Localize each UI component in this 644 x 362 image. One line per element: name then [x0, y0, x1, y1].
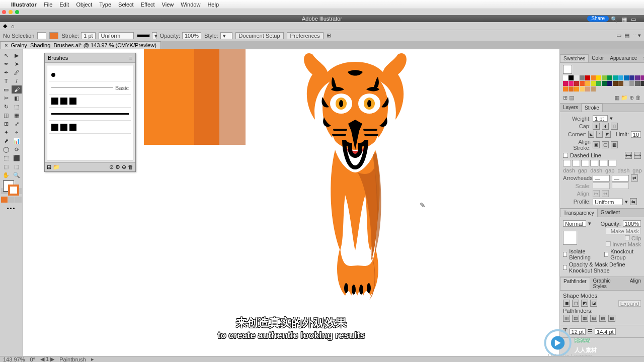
arrow-scale-end[interactable]: [612, 183, 629, 189]
mesh-tool[interactable]: ✦: [1, 128, 11, 136]
stroke-weight-input[interactable]: 1 pt: [81, 32, 95, 39]
corner-bevel-button[interactable]: ◤: [605, 131, 611, 138]
divide-button[interactable]: ▥: [563, 315, 570, 322]
mask-define-checkbox[interactable]: [563, 265, 567, 270]
swatch-item[interactable]: [569, 75, 574, 80]
tab-swatches[interactable]: Swatches: [560, 54, 589, 62]
tab-graphic-styles[interactable]: Graphic Styles: [590, 277, 627, 290]
menu-effect[interactable]: Effect: [141, 2, 155, 8]
selection-tool[interactable]: ↖: [1, 51, 11, 59]
unite-button[interactable]: ◼: [563, 300, 570, 307]
draw-behind-button[interactable]: [8, 197, 15, 203]
shape-builder-tool[interactable]: ⊞: [1, 120, 11, 128]
tab-close-icon[interactable]: ×: [5, 42, 8, 49]
brush-libs-menu-icon[interactable]: 📁: [53, 164, 60, 170]
workspace-switcher-icon[interactable]: ▭: [631, 16, 636, 23]
swatch-item[interactable]: [640, 81, 644, 86]
swatch-item[interactable]: [563, 75, 568, 80]
minus-front-button[interactable]: ◻: [572, 300, 579, 307]
scale-tool[interactable]: ⬚: [12, 103, 22, 111]
zoom-level[interactable]: 143.97%: [3, 356, 25, 363]
swatch-kind-icon[interactable]: ▤: [569, 95, 574, 101]
preferences-button[interactable]: Preferences: [287, 32, 324, 39]
document-setup-button[interactable]: Document Setup: [235, 32, 284, 39]
swatch-item[interactable]: [629, 75, 634, 80]
swatch-item[interactable]: [618, 81, 623, 86]
dash-align-button[interactable]: ⟼: [634, 152, 641, 159]
tab-gradient[interactable]: Gradient: [598, 209, 623, 217]
corner-miter-button[interactable]: ◣: [588, 131, 594, 138]
flip-profile-button[interactable]: ⇋: [630, 198, 637, 205]
graphic-style-select[interactable]: ▾: [220, 32, 232, 39]
slice-tool[interactable]: ⬛: [12, 154, 22, 162]
tab-layers[interactable]: Layers: [560, 104, 581, 112]
swatch-item[interactable]: [585, 75, 590, 80]
list-view-icon[interactable]: ≡: [640, 54, 644, 62]
crop-button[interactable]: ▧: [590, 315, 597, 322]
eyedropper-tool[interactable]: ⬈: [1, 137, 11, 145]
arrow-start-select[interactable]: —: [593, 175, 610, 182]
stroke-color-well[interactable]: [49, 32, 58, 39]
swatch-item[interactable]: [607, 75, 612, 80]
dashed-checkbox[interactable]: [563, 153, 568, 158]
stroke-swatch[interactable]: [8, 185, 19, 196]
menu-edit[interactable]: Edit: [59, 2, 69, 8]
swatch-item[interactable]: [602, 81, 607, 86]
profile-select[interactable]: Uniform: [593, 199, 623, 205]
curvature-tool[interactable]: ➤: [12, 60, 22, 68]
direct-selection-tool[interactable]: ▶: [12, 51, 22, 59]
swatch-item[interactable]: [580, 86, 585, 92]
tr-opacity-input[interactable]: 100%: [623, 220, 641, 227]
arrow-align-tip[interactable]: ↦: [593, 190, 600, 197]
clip-checkbox[interactable]: [625, 235, 630, 240]
swatch-item[interactable]: [596, 81, 601, 86]
swatch-item[interactable]: [563, 86, 568, 92]
brush-lib-icon[interactable]: ⊞: [47, 164, 51, 170]
limit-input[interactable]: 10: [631, 131, 641, 138]
align-inside-button[interactable]: ▢: [602, 141, 609, 148]
brush-row-bars-1[interactable]: [49, 95, 131, 108]
brushes-menu-icon[interactable]: ≡: [129, 55, 132, 61]
share-button[interactable]: Share: [587, 16, 609, 22]
live-paint-tool[interactable]: ⬚: [12, 162, 22, 170]
edit-toolbar-button[interactable]: •••: [1, 205, 22, 213]
swatch-item[interactable]: [569, 81, 574, 86]
swatch-item[interactable]: [591, 86, 596, 92]
new-swatch-icon[interactable]: ⊕: [629, 95, 634, 101]
arrow-scale-start[interactable]: [593, 183, 610, 189]
swatch-item[interactable]: [585, 86, 590, 92]
dash-2[interactable]: [581, 160, 589, 166]
align-to-icon[interactable]: ⊞: [327, 32, 331, 39]
isolate-checkbox[interactable]: [563, 252, 567, 257]
menu-file[interactable]: File: [44, 2, 53, 8]
intersect-button[interactable]: ◩: [581, 300, 588, 307]
delete-swatch-icon[interactable]: 🗑: [635, 95, 641, 101]
swatch-item[interactable]: [580, 81, 585, 86]
rotate-tool[interactable]: ↻: [1, 103, 11, 111]
opacity-input[interactable]: 100%: [182, 32, 201, 39]
window-minimize-button[interactable]: [9, 10, 13, 14]
tab-pathfinder[interactable]: Pathfinder: [560, 277, 590, 290]
weight-menu[interactable]: ▾: [610, 115, 613, 122]
brush-def-select[interactable]: [137, 34, 150, 37]
swatch-grid[interactable]: [563, 75, 641, 92]
perspective-tool[interactable]: ⤢: [12, 120, 22, 128]
search-icon[interactable]: 🔍: [611, 16, 618, 23]
swatch-item[interactable]: [580, 75, 585, 80]
symbol-sprayer-tool[interactable]: ⟳: [12, 145, 22, 153]
delete-brush-icon[interactable]: 🗑: [128, 164, 133, 170]
paintbrush-tool[interactable]: 🖌: [12, 85, 22, 94]
swatch-item[interactable]: [613, 81, 618, 86]
window-close-button[interactable]: [2, 10, 6, 14]
artboard-nav[interactable]: ◀ 1 ▶: [40, 356, 54, 362]
gradient-tool[interactable]: ⌖: [12, 128, 22, 136]
menu-window[interactable]: Window: [181, 2, 200, 8]
brush-def-menu[interactable]: ▾: [152, 32, 157, 39]
pen-tool[interactable]: ✒: [1, 60, 11, 68]
swatch-item[interactable]: [569, 86, 574, 92]
app-menu[interactable]: Illustrator: [11, 2, 37, 8]
mask-thumb[interactable]: [563, 231, 577, 245]
new-group-icon[interactable]: 📁: [621, 95, 628, 101]
swatch-item[interactable]: [563, 81, 568, 86]
align-outside-button[interactable]: ▩: [611, 141, 618, 148]
